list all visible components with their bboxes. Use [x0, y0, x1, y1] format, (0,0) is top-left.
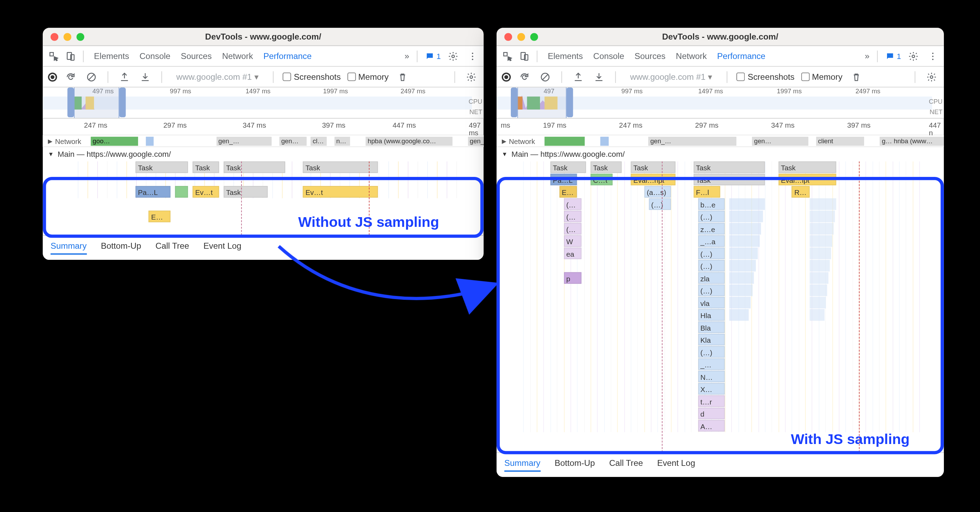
record-button[interactable]: [48, 72, 57, 81]
flame-frame[interactable]: [810, 309, 824, 321]
tab-bottom-up[interactable]: Bottom-Up: [555, 458, 595, 472]
flame-frame[interactable]: [729, 285, 752, 296]
flame-frame[interactable]: F…l: [694, 186, 720, 198]
screenshots-checkbox[interactable]: Screenshots: [737, 72, 795, 81]
flame-frame[interactable]: [810, 199, 836, 210]
flame-frame[interactable]: [729, 199, 765, 210]
flame-frame[interactable]: d: [698, 408, 725, 420]
flame-frame[interactable]: t…r: [698, 395, 725, 407]
tab-event-log[interactable]: Event Log: [657, 458, 695, 472]
flame-frame[interactable]: [729, 223, 761, 235]
messages-badge[interactable]: 1: [886, 52, 901, 61]
device-toggle-icon[interactable]: [517, 49, 531, 63]
flame-frame[interactable]: (a…s): [644, 186, 671, 198]
network-request-block[interactable]: gen_…: [216, 136, 271, 145]
flame-frame[interactable]: R…: [792, 186, 810, 198]
flame-frame[interactable]: [810, 223, 834, 235]
flame-frame[interactable]: [810, 248, 831, 259]
tab-summary[interactable]: Summary: [504, 458, 540, 472]
flame-frame[interactable]: _…a: [698, 235, 725, 247]
capture-settings-gear-icon[interactable]: [464, 70, 478, 84]
flame-frame[interactable]: Pa…L: [550, 174, 577, 186]
time-ruler[interactable]: ms 197 ms 247 ms 297 ms 347 ms 397 ms 44…: [496, 119, 944, 136]
memory-checkbox[interactable]: Memory: [347, 72, 389, 81]
network-request-block[interactable]: gen…: [752, 136, 808, 145]
kebab-menu-icon[interactable]: [465, 49, 480, 63]
flame-frame[interactable]: [729, 235, 760, 247]
close-traffic-light[interactable]: [51, 33, 58, 40]
inspect-icon[interactable]: [500, 49, 515, 63]
flame-frame[interactable]: Task: [223, 161, 285, 173]
flame-frame[interactable]: (…): [698, 248, 725, 259]
tab-elements[interactable]: Elements: [547, 51, 583, 61]
tab-console[interactable]: Console: [593, 51, 624, 61]
device-toggle-icon[interactable]: [64, 49, 78, 63]
tab-console[interactable]: Console: [140, 51, 170, 61]
titlebar[interactable]: DevTools - www.google.com/: [43, 28, 484, 46]
recording-selector[interactable]: www.google.com #1▾: [625, 71, 718, 83]
flame-frame[interactable]: Eval…ipt: [778, 174, 837, 186]
flame-frame[interactable]: C…t: [591, 174, 613, 186]
flame-frame[interactable]: X…: [698, 383, 725, 395]
tab-call-tree[interactable]: Call Tree: [609, 458, 643, 472]
flame-frame[interactable]: z…e: [698, 223, 725, 235]
flame-frame[interactable]: (…): [649, 199, 671, 210]
timeline-overview[interactable]: 497 997 ms 1497 ms 1997 ms 2497 ms CPU N…: [496, 87, 944, 119]
upload-icon[interactable]: [117, 70, 132, 84]
network-request-block[interactable]: n…: [334, 136, 350, 145]
network-request-block[interactable]: client: [816, 136, 864, 145]
flame-frame[interactable]: [810, 260, 830, 272]
garbage-collect-icon[interactable]: [849, 70, 863, 84]
network-request-block[interactable]: cl…: [310, 136, 326, 145]
reload-record-icon[interactable]: [517, 70, 531, 84]
tab-sources[interactable]: Sources: [635, 51, 666, 61]
flame-frame[interactable]: [810, 272, 828, 284]
tab-call-tree[interactable]: Call Tree: [156, 241, 189, 254]
flame-frame[interactable]: E…: [559, 186, 577, 198]
flame-frame[interactable]: [729, 211, 763, 223]
network-request-block[interactable]: goo…: [91, 136, 138, 145]
flame-frame[interactable]: Ev…t: [303, 186, 378, 198]
flame-frame[interactable]: Ev…t: [192, 186, 219, 198]
flame-frame[interactable]: vla: [698, 297, 725, 309]
flame-frame[interactable]: (…): [698, 346, 725, 358]
download-icon[interactable]: [592, 70, 606, 84]
flame-frame[interactable]: [810, 211, 835, 223]
flame-frame[interactable]: Task: [694, 161, 765, 173]
flame-frame[interactable]: [175, 186, 188, 198]
reload-record-icon[interactable]: [64, 70, 78, 84]
messages-badge[interactable]: 1: [425, 52, 441, 61]
flame-frame[interactable]: Task: [135, 161, 188, 173]
tab-performance[interactable]: Performance: [717, 51, 765, 61]
settings-gear-icon[interactable]: [906, 49, 920, 63]
flame-frame[interactable]: _…: [698, 358, 725, 370]
inspect-icon[interactable]: [46, 49, 61, 63]
network-request-block[interactable]: [146, 136, 154, 145]
flame-frame[interactable]: W: [563, 235, 582, 247]
garbage-collect-icon[interactable]: [395, 70, 409, 84]
download-icon[interactable]: [138, 70, 152, 84]
flame-frame[interactable]: (…): [698, 211, 725, 223]
flame-frame[interactable]: (…): [698, 260, 725, 272]
flame-frame[interactable]: Task: [550, 161, 586, 173]
flame-frame[interactable]: b…e: [698, 199, 725, 210]
flame-frame[interactable]: Kla: [698, 334, 725, 345]
more-tabs-chevron[interactable]: »: [865, 51, 870, 61]
network-request-block[interactable]: gen_…: [648, 136, 736, 145]
screenshots-checkbox[interactable]: Screenshots: [283, 72, 341, 81]
flame-frame[interactable]: Task: [694, 174, 765, 186]
flame-frame[interactable]: [729, 297, 751, 309]
main-thread-label[interactable]: ▼Main — https://www.google.com/: [496, 147, 944, 161]
flame-frame[interactable]: E…: [148, 211, 171, 223]
tab-network[interactable]: Network: [222, 51, 253, 61]
flame-frame[interactable]: [729, 309, 749, 321]
tab-summary[interactable]: Summary: [51, 241, 87, 254]
main-thread-label[interactable]: ▼Main — https://www.google.com/: [43, 147, 484, 161]
upload-icon[interactable]: [571, 70, 585, 84]
flame-frame[interactable]: [729, 272, 754, 284]
flame-frame[interactable]: p: [563, 272, 582, 284]
flame-frame[interactable]: Task: [192, 161, 219, 173]
record-button[interactable]: [502, 72, 511, 81]
network-request-block[interactable]: gen_2…: [468, 136, 484, 145]
flame-frame[interactable]: Hla: [698, 309, 725, 321]
